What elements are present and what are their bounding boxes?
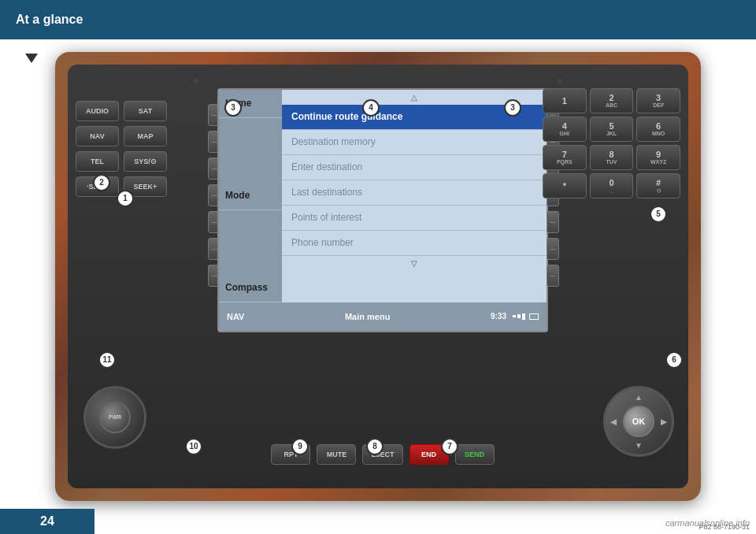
num-btn-hash[interactable]: #◇	[636, 173, 680, 198]
header-title: At a glance	[16, 13, 83, 27]
mute-button[interactable]: MUTE	[317, 444, 356, 465]
nav-button[interactable]: NAV	[76, 126, 119, 146]
device-chassis: AUDIO SAT NAV MAP	[68, 65, 688, 488]
screen-status-bar: NAV Main menu 9:33	[219, 302, 547, 331]
callout-label-6: 6	[665, 351, 683, 369]
status-icons	[513, 313, 539, 320]
menu-option-last-destinations[interactable]: Last destinations	[282, 180, 547, 206]
send-button[interactable]: SEND	[455, 444, 495, 465]
callout-label-9: 9	[291, 438, 309, 455]
audio-button[interactable]: AUDIO	[76, 101, 119, 121]
ok-button[interactable]: OK	[623, 406, 654, 437]
nav-ring: ▲ ▼ ◀ ▶ OK	[603, 386, 674, 457]
map-button[interactable]: MAP	[124, 126, 167, 146]
menu-compass[interactable]: Compass	[219, 274, 282, 302]
scroll-down-indicator: ▽	[282, 256, 547, 271]
callout-label-5: 5	[650, 206, 667, 223]
btn-row-audio-sat: AUDIO SAT	[76, 101, 213, 121]
callout-label-8: 8	[366, 438, 384, 455]
light-dot-right	[558, 79, 562, 83]
watermark: carmanualsonline.info	[665, 518, 750, 528]
menu-mode[interactable]: Mode	[219, 182, 282, 210]
numpad-grid: 1 2ABC 3DEF 4GHI 5JKL 6MNO 7PQRS 8TUV 9W…	[543, 88, 680, 198]
num-btn-8[interactable]: 8TUV	[590, 145, 634, 170]
device-screen: Home Mode Compass	[217, 88, 548, 332]
num-btn-3[interactable]: 3DEF	[636, 88, 680, 113]
menu-option-enter-destination[interactable]: Enter destination	[282, 155, 547, 180]
signal-bar-2	[517, 314, 521, 318]
menu-option-destination-memory[interactable]: Destination memory	[282, 130, 547, 155]
menu-option-poi[interactable]: Points of interest	[282, 206, 547, 231]
num-btn-6[interactable]: 6MNO	[636, 117, 680, 142]
num-btn-7[interactable]: 7PQRS	[543, 145, 587, 170]
num-btn-1[interactable]: 1	[543, 88, 587, 113]
status-nav-label: NAV	[227, 312, 244, 321]
num-btn-9[interactable]: 9WXYZ	[636, 145, 680, 170]
num-btn-5[interactable]: 5JKL	[590, 117, 634, 142]
numeric-keypad: 1 2ABC 3DEF 4GHI 5JKL 6MNO 7PQRS 8TUV 9W…	[543, 88, 680, 203]
device-frame: AUDIO SAT NAV MAP	[55, 52, 701, 501]
callout-label-11: 11	[98, 351, 116, 369]
side-btn-right-6[interactable]	[547, 238, 559, 260]
callout-label-7: 7	[441, 438, 458, 455]
sys-button[interactable]: SYS/⊙	[124, 151, 167, 172]
signal-bar-1	[513, 315, 516, 317]
num-btn-4[interactable]: 4GHI	[543, 117, 587, 142]
status-time: 9:33	[491, 312, 506, 321]
nav-left-arrow[interactable]: ◀	[610, 417, 617, 425]
signal-bar-3	[522, 313, 525, 320]
btn-row-tel-sys: TEL SYS/⊙	[76, 151, 213, 172]
light-dot-left	[194, 79, 198, 83]
callout-label-10: 10	[185, 438, 202, 455]
tel-button[interactable]: TEL	[76, 151, 119, 172]
btn-row-nav-map: NAV MAP	[76, 126, 213, 146]
menu-option-phone[interactable]: Phone number	[282, 231, 547, 256]
menu-left-panel: Home Mode Compass	[219, 90, 282, 302]
nav-down-arrow[interactable]: ▼	[635, 441, 643, 450]
num-btn-0[interactable]: 0_	[590, 173, 634, 198]
nav-cluster: ▲ ▼ ◀ ▶ OK	[603, 386, 674, 457]
num-btn-star[interactable]: *	[543, 173, 587, 198]
nav-right-arrow[interactable]: ▶	[661, 417, 667, 425]
callout-label-1: 1	[117, 190, 134, 207]
nav-up-arrow[interactable]: ▲	[635, 393, 643, 402]
page-number: 24	[0, 509, 94, 534]
callout-label-3-left: 3	[224, 99, 242, 117]
power-knob[interactable]: PWR	[83, 386, 146, 449]
callout-label-3-right: 3	[504, 99, 521, 117]
status-title: Main menu	[345, 312, 390, 321]
menu-area: Home Mode Compass	[219, 90, 547, 302]
menu-right-panel: △ Continue route guidance Destination me…	[282, 90, 547, 302]
content-area: AUDIO SAT NAV MAP	[0, 43, 756, 509]
side-btn-right-7[interactable]	[547, 265, 559, 287]
num-btn-2[interactable]: 2ABC	[590, 88, 634, 113]
callout-label-2: 2	[93, 174, 110, 191]
sat-button[interactable]: SAT	[124, 101, 167, 121]
power-knob-inner: PWR	[99, 402, 131, 433]
callout-label-4: 4	[362, 99, 380, 117]
screen-content: Home Mode Compass	[219, 90, 547, 331]
page-header: At a glance	[0, 0, 756, 39]
side-btn-right-5[interactable]	[547, 211, 559, 233]
